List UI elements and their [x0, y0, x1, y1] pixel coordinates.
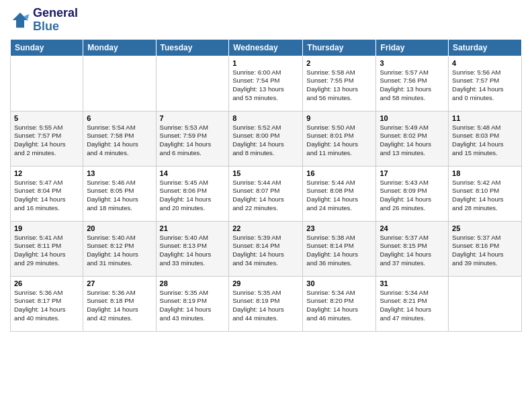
day-number: 31: [380, 279, 445, 287]
day-number: 25: [452, 224, 518, 232]
day-number: 9: [306, 114, 372, 122]
header: General Blue: [10, 7, 522, 34]
calendar-cell: 15Sunrise: 5:44 AMSunset: 8:07 PMDayligh…: [229, 166, 303, 221]
day-number: 3: [380, 59, 445, 67]
weekday-header-monday: Monday: [83, 39, 156, 56]
day-number: 30: [306, 279, 372, 287]
calendar-cell: 10Sunrise: 5:49 AMSunset: 8:02 PMDayligh…: [376, 111, 449, 166]
weekday-header-tuesday: Tuesday: [156, 39, 229, 56]
day-number: 19: [14, 224, 79, 232]
day-info: Sunrise: 5:35 AMSunset: 8:19 PMDaylight:…: [232, 289, 299, 323]
calendar-cell: 30Sunrise: 5:34 AMSunset: 8:20 PMDayligh…: [303, 276, 376, 331]
weekday-header-friday: Friday: [376, 39, 449, 56]
day-number: 13: [87, 169, 152, 177]
day-info: Sunrise: 5:36 AMSunset: 8:18 PMDaylight:…: [87, 289, 152, 323]
day-number: 11: [452, 114, 518, 122]
calendar-cell: 13Sunrise: 5:46 AMSunset: 8:05 PMDayligh…: [83, 166, 156, 221]
day-number: 22: [232, 224, 299, 232]
calendar-cell: 4Sunrise: 5:56 AMSunset: 7:57 PMDaylight…: [449, 56, 522, 111]
weekday-header-thursday: Thursday: [303, 39, 376, 56]
day-info: Sunrise: 5:58 AMSunset: 7:55 PMDaylight:…: [306, 68, 372, 103]
calendar-cell: 26Sunrise: 5:36 AMSunset: 8:17 PMDayligh…: [11, 276, 83, 331]
calendar-cell: 14Sunrise: 5:45 AMSunset: 8:06 PMDayligh…: [156, 166, 229, 221]
day-info: Sunrise: 5:40 AMSunset: 8:12 PMDaylight:…: [87, 234, 152, 268]
calendar-cell: 19Sunrise: 5:41 AMSunset: 8:11 PMDayligh…: [11, 221, 83, 276]
weekday-header-saturday: Saturday: [449, 39, 522, 56]
day-info: Sunrise: 5:56 AMSunset: 7:57 PMDaylight:…: [452, 68, 518, 103]
day-info: Sunrise: 5:42 AMSunset: 8:10 PMDaylight:…: [452, 179, 518, 213]
calendar-cell: 12Sunrise: 5:47 AMSunset: 8:04 PMDayligh…: [11, 166, 83, 221]
calendar-cell: 18Sunrise: 5:42 AMSunset: 8:10 PMDayligh…: [449, 166, 522, 221]
day-number: 29: [232, 279, 299, 287]
day-info: Sunrise: 5:40 AMSunset: 8:13 PMDaylight:…: [160, 234, 226, 268]
logo-text-line2: Blue: [33, 20, 78, 34]
day-number: 15: [232, 169, 299, 177]
day-number: 2: [306, 59, 372, 67]
calendar-cell: 29Sunrise: 5:35 AMSunset: 8:19 PMDayligh…: [229, 276, 303, 331]
day-info: Sunrise: 5:41 AMSunset: 8:11 PMDaylight:…: [14, 234, 79, 268]
day-info: Sunrise: 5:45 AMSunset: 8:06 PMDaylight:…: [160, 179, 226, 213]
logo-text-line1: General: [33, 7, 78, 20]
day-number: 4: [452, 59, 518, 67]
day-info: Sunrise: 6:00 AMSunset: 7:54 PMDaylight:…: [232, 68, 299, 103]
calendar-cell: [449, 276, 522, 331]
calendar-cell: [156, 56, 229, 111]
day-number: 28: [160, 279, 226, 287]
weekday-header-wednesday: Wednesday: [229, 39, 303, 56]
calendar-cell: [83, 56, 156, 111]
day-info: Sunrise: 5:47 AMSunset: 8:04 PMDaylight:…: [14, 179, 79, 213]
day-number: 26: [14, 279, 79, 287]
day-number: 7: [160, 114, 226, 122]
day-info: Sunrise: 5:37 AMSunset: 8:16 PMDaylight:…: [452, 234, 518, 268]
main-container: General Blue SundayMondayTuesdayWednesda…: [0, 0, 532, 335]
day-info: Sunrise: 5:39 AMSunset: 8:14 PMDaylight:…: [232, 234, 299, 268]
day-number: 23: [306, 224, 372, 232]
day-info: Sunrise: 5:38 AMSunset: 8:14 PMDaylight:…: [306, 234, 372, 268]
day-number: 17: [380, 169, 445, 177]
calendar-week-row: 26Sunrise: 5:36 AMSunset: 8:17 PMDayligh…: [11, 276, 522, 331]
calendar-cell: 3Sunrise: 5:57 AMSunset: 7:56 PMDaylight…: [376, 56, 449, 111]
calendar-cell: 16Sunrise: 5:44 AMSunset: 8:08 PMDayligh…: [303, 166, 376, 221]
calendar-cell: 31Sunrise: 5:34 AMSunset: 8:21 PMDayligh…: [376, 276, 449, 331]
calendar-cell: 20Sunrise: 5:40 AMSunset: 8:12 PMDayligh…: [83, 221, 156, 276]
day-number: 12: [14, 169, 79, 177]
calendar-cell: 22Sunrise: 5:39 AMSunset: 8:14 PMDayligh…: [229, 221, 303, 276]
day-info: Sunrise: 5:48 AMSunset: 8:03 PMDaylight:…: [452, 124, 518, 158]
day-info: Sunrise: 5:34 AMSunset: 8:20 PMDaylight:…: [306, 289, 372, 323]
day-info: Sunrise: 5:53 AMSunset: 7:59 PMDaylight:…: [160, 124, 226, 158]
day-info: Sunrise: 5:37 AMSunset: 8:15 PMDaylight:…: [380, 234, 445, 268]
day-info: Sunrise: 5:49 AMSunset: 8:02 PMDaylight:…: [380, 124, 445, 158]
calendar-cell: 23Sunrise: 5:38 AMSunset: 8:14 PMDayligh…: [303, 221, 376, 276]
svg-marker-0: [13, 13, 28, 28]
day-number: 6: [87, 114, 152, 122]
calendar-week-row: 1Sunrise: 6:00 AMSunset: 7:54 PMDaylight…: [11, 56, 522, 111]
calendar-cell: 7Sunrise: 5:53 AMSunset: 7:59 PMDaylight…: [156, 111, 229, 166]
calendar-cell: 11Sunrise: 5:48 AMSunset: 8:03 PMDayligh…: [449, 111, 522, 166]
calendar-week-row: 5Sunrise: 5:55 AMSunset: 7:57 PMDaylight…: [11, 111, 522, 166]
calendar-cell: 8Sunrise: 5:52 AMSunset: 8:00 PMDaylight…: [229, 111, 303, 166]
day-number: 24: [380, 224, 445, 232]
day-info: Sunrise: 5:50 AMSunset: 8:01 PMDaylight:…: [306, 124, 372, 158]
calendar-cell: 6Sunrise: 5:54 AMSunset: 7:58 PMDaylight…: [83, 111, 156, 166]
day-info: Sunrise: 5:35 AMSunset: 8:19 PMDaylight:…: [160, 289, 226, 323]
day-number: 18: [452, 169, 518, 177]
day-number: 21: [160, 224, 226, 232]
calendar-cell: 21Sunrise: 5:40 AMSunset: 8:13 PMDayligh…: [156, 221, 229, 276]
calendar-cell: 9Sunrise: 5:50 AMSunset: 8:01 PMDaylight…: [303, 111, 376, 166]
calendar-cell: 17Sunrise: 5:43 AMSunset: 8:09 PMDayligh…: [376, 166, 449, 221]
calendar-cell: [11, 56, 83, 111]
day-number: 27: [87, 279, 152, 287]
day-number: 5: [14, 114, 79, 122]
day-number: 10: [380, 114, 445, 122]
day-info: Sunrise: 5:55 AMSunset: 7:57 PMDaylight:…: [14, 124, 79, 158]
calendar-week-row: 19Sunrise: 5:41 AMSunset: 8:11 PMDayligh…: [11, 221, 522, 276]
day-number: 1: [232, 59, 299, 67]
day-number: 20: [87, 224, 152, 232]
calendar-cell: 5Sunrise: 5:55 AMSunset: 7:57 PMDaylight…: [11, 111, 83, 166]
day-info: Sunrise: 5:44 AMSunset: 8:08 PMDaylight:…: [306, 179, 372, 213]
day-number: 8: [232, 114, 299, 122]
calendar-cell: 24Sunrise: 5:37 AMSunset: 8:15 PMDayligh…: [376, 221, 449, 276]
calendar-cell: 27Sunrise: 5:36 AMSunset: 8:18 PMDayligh…: [83, 276, 156, 331]
day-number: 14: [160, 169, 226, 177]
calendar-cell: 25Sunrise: 5:37 AMSunset: 8:16 PMDayligh…: [449, 221, 522, 276]
